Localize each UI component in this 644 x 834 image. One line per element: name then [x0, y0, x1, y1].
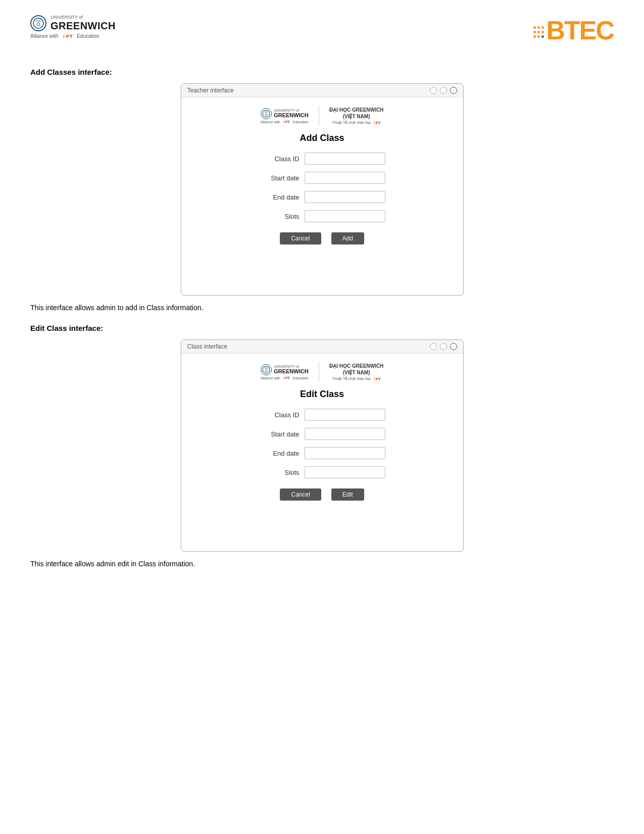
edit-window-greenwich-logo: UoG UNIVERSITY of GREENWICH Alliance wit…: [261, 364, 309, 380]
mini-uni-of: UNIVERSITY of: [274, 109, 308, 113]
edit-slots-label: Slots: [259, 469, 300, 476]
add-class-window-body: UoG UNIVERSITY of GREENWICH Alliance wit…: [181, 97, 463, 260]
add-class-heading: Add Classes interface:: [30, 68, 614, 76]
edit-class-buttons: Cancel Edit: [196, 488, 448, 501]
edit-window-dual-logo: UoG UNIVERSITY of GREENWICH Alliance wit…: [196, 362, 448, 382]
edit-mini-greenwich: GREENWICH: [274, 368, 308, 374]
edit-mini-fpt-logo: FPT: [283, 376, 290, 380]
edit-dai-hoc-line2: (VIỆT NAM): [329, 369, 383, 376]
win-btn-2[interactable]: [440, 87, 447, 94]
add-cancel-button[interactable]: Cancel: [280, 232, 321, 244]
edit-slots-row: Slots: [196, 466, 448, 478]
edit-class-id-label: Class ID: [259, 411, 300, 419]
edit-thuoc-label: Thuộc Tổ chức Giáo dục: [332, 377, 371, 381]
edit-end-date-input[interactable]: [305, 447, 385, 459]
svg-point-2: [37, 23, 40, 26]
edit-class-heading: Edit Class interface:: [30, 324, 614, 332]
alliance-label: Alliance with: [30, 33, 59, 39]
greenwich-name-text: UNIVERSITY of GREENWICH: [51, 15, 116, 31]
edit-slots-input[interactable]: [305, 466, 385, 478]
education-label: Education: [77, 33, 99, 39]
mini-greenwich: GREENWICH: [274, 112, 308, 118]
edit-class-description: This interface allows admin edit in Clas…: [30, 560, 614, 568]
edit-thuoc-fpt-logo: FPT: [374, 377, 380, 381]
university-of-label: UNIVERSITY of: [51, 15, 116, 20]
edit-mini-greenwich-emblem: UoG: [261, 364, 272, 375]
fpt-logo-small: FPT: [63, 34, 72, 39]
window-greenwich-logo: UoG UNIVERSITY of GREENWICH Alliance wit…: [261, 108, 309, 124]
edit-mini-education-label: Education: [293, 376, 309, 380]
add-class-id-row: Class ID: [196, 153, 448, 165]
dai-hoc-line2: (VIỆT NAM): [329, 113, 383, 120]
edit-class-titlebar: Class interface: [181, 340, 463, 354]
edit-class-window-title: Class interface: [187, 343, 227, 350]
svg-text:UoG: UoG: [265, 367, 268, 369]
edit-end-date-label: End date: [259, 450, 300, 457]
edit-class-form-title: Edit Class: [196, 389, 448, 400]
edit-win-btn-3[interactable]: [450, 343, 457, 350]
mini-greenwich-name: UNIVERSITY of GREENWICH: [274, 109, 308, 119]
end-date-label: End date: [259, 193, 300, 201]
edit-mini-alliance-label: Alliance with: [261, 376, 280, 380]
edit-mini-uni-of: UNIVERSITY of: [274, 365, 308, 369]
window-dual-logo: UoG UNIVERSITY of GREENWICH Alliance wit…: [196, 106, 448, 126]
start-date-label: Start date: [259, 174, 300, 182]
add-class-section: Add Classes interface: Teacher interface: [30, 68, 614, 312]
fpt-f: F: [63, 34, 66, 39]
mini-fpt-logo: FPT: [283, 120, 290, 124]
add-start-date-row: Start date: [196, 172, 448, 184]
edit-class-id-input[interactable]: [305, 409, 385, 421]
mini-alliance-label: Alliance with: [261, 120, 280, 124]
edit-class-window: Class interface UoG: [181, 339, 464, 552]
edit-mini-emblem-row: UoG UNIVERSITY of GREENWICH: [261, 364, 308, 375]
fpt-t: T: [70, 34, 73, 39]
edit-button[interactable]: Edit: [331, 488, 364, 501]
btec-dots: [533, 23, 544, 38]
greenwich-emblem: UoG: [30, 15, 46, 31]
start-date-input[interactable]: [305, 172, 385, 184]
edit-thuoc-fpt: Thuộc Tổ chức Giáo dục FPT: [332, 377, 381, 381]
add-class-window-title: Teacher interface: [187, 87, 234, 94]
win-btn-3[interactable]: [450, 87, 457, 94]
svg-point-8: [265, 370, 267, 372]
edit-start-date-input[interactable]: [305, 428, 385, 440]
svg-point-5: [265, 114, 267, 116]
edit-start-date-label: Start date: [259, 430, 300, 438]
edit-logo-divider: [319, 362, 319, 382]
greenwich-logo: UoG UNIVERSITY of GREENWICH Alliance wit…: [30, 15, 116, 39]
edit-dai-hoc-line1: ĐẠI HỌC GREENWICH: [329, 363, 383, 369]
greenwich-label: GREENWICH: [51, 20, 116, 31]
mini-emblem-row: UoG UNIVERSITY of GREENWICH: [261, 108, 308, 119]
alliance-with-text: Alliance with FPT Education: [30, 33, 116, 39]
btec-logo: BTEC: [533, 15, 614, 45]
mini-education-label: Education: [293, 120, 309, 124]
fpt-p: P: [66, 34, 69, 39]
mini-alliance: Alliance with FPT Education: [261, 120, 309, 124]
add-class-buttons: Cancel Add: [196, 232, 448, 244]
edit-mini-greenwich-name: UNIVERSITY of GREENWICH: [274, 365, 308, 375]
add-class-form-title: Add Class: [196, 133, 448, 143]
dai-hoc-text: ĐẠI HỌC GREENWICH (VIỆT NAM): [329, 107, 383, 120]
window-controls: [430, 87, 457, 94]
class-id-input[interactable]: [305, 153, 385, 165]
edit-class-section: Edit Class interface: Class interface: [30, 324, 614, 568]
thuoc-fpt-logo: FPT: [374, 121, 380, 125]
end-date-input[interactable]: [305, 191, 385, 203]
edit-class-id-row: Class ID: [196, 409, 448, 421]
edit-window-controls: [430, 343, 457, 350]
add-end-date-row: End date: [196, 191, 448, 203]
edit-win-btn-2[interactable]: [440, 343, 447, 350]
window-dai-hoc-logo: ĐẠI HỌC GREENWICH (VIỆT NAM) Thuộc Tổ ch…: [329, 107, 383, 125]
thuoc-fpt: Thuộc Tổ chức Giáo dục FPT: [332, 121, 381, 125]
class-id-label: Class ID: [259, 155, 300, 163]
slots-input[interactable]: [305, 210, 385, 222]
edit-win-btn-1[interactable]: [430, 343, 437, 350]
mini-greenwich-emblem: UoG: [261, 108, 272, 119]
win-btn-1[interactable]: [430, 87, 437, 94]
edit-mini-alliance: Alliance with FPT Education: [261, 376, 309, 380]
edit-cancel-button[interactable]: Cancel: [280, 488, 321, 501]
logo-divider: [319, 106, 319, 126]
add-button[interactable]: Add: [331, 232, 364, 244]
edit-end-date-row: End date: [196, 447, 448, 459]
btec-label: BTEC: [546, 15, 614, 45]
